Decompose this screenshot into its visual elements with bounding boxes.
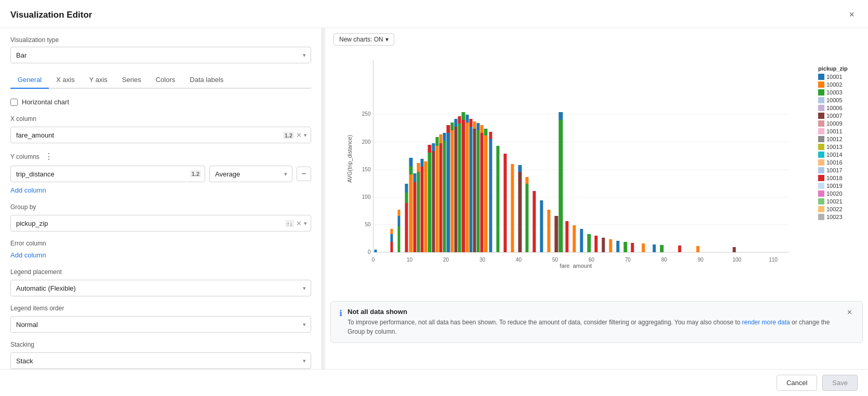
- svg-rect-44: [421, 167, 424, 252]
- group-by-select[interactable]: pickup_zip: [10, 215, 311, 231]
- save-button[interactable]: Save: [822, 375, 858, 391]
- svg-rect-60: [451, 122, 454, 130]
- notice-info-icon: ℹ: [339, 308, 342, 318]
- legend-color-swatch: [818, 81, 824, 88]
- viz-type-wrapper: Bar ▾: [10, 47, 311, 63]
- svg-rect-88: [533, 191, 536, 252]
- tab-general[interactable]: General: [10, 72, 49, 89]
- svg-rect-48: [428, 145, 432, 153]
- render-more-data-link[interactable]: render more data: [742, 319, 790, 326]
- x-column-select[interactable]: fare_amount: [10, 127, 311, 143]
- svg-text:fare_amount: fare_amount: [560, 263, 592, 268]
- y-columns-label: Y columns: [10, 153, 39, 160]
- legend-item: 10012: [818, 136, 860, 142]
- viz-type-select[interactable]: Bar: [10, 47, 311, 63]
- svg-rect-46: [424, 161, 428, 252]
- legend-item-label: 10017: [826, 167, 843, 173]
- legend-items-order-select[interactable]: Normal: [10, 316, 311, 333]
- svg-rect-101: [617, 241, 620, 252]
- chart-toolbar: New charts: ON ▾: [333, 33, 860, 46]
- legend-item-label: 10009: [826, 120, 843, 127]
- notice-content: Not all data shown To improve performanc…: [348, 308, 840, 336]
- y-columns-header: Y columns ⋮: [10, 152, 311, 161]
- tab-colors[interactable]: Colors: [149, 72, 183, 89]
- svg-text:150: 150: [362, 167, 371, 172]
- svg-rect-71: [473, 129, 476, 252]
- legend-items-order-label: Legend items order: [10, 305, 311, 312]
- y-col-wrapper: trip_distance 1.2: [10, 166, 205, 182]
- legend-color-swatch: [818, 144, 824, 150]
- svg-rect-81: [497, 146, 500, 252]
- remove-y-column-button[interactable]: −: [297, 167, 311, 181]
- svg-rect-93: [559, 112, 563, 120]
- svg-rect-108: [697, 246, 700, 252]
- legend-item-label: 10006: [826, 105, 843, 111]
- horizontal-chart-row: Horizontal chart: [10, 98, 311, 106]
- svg-text:100: 100: [732, 257, 741, 263]
- new-charts-chevron-icon: ▾: [385, 36, 389, 43]
- y-columns-menu-icon[interactable]: ⋮: [45, 152, 53, 161]
- notice-close-button[interactable]: ×: [845, 308, 854, 317]
- legend-item: 10023: [818, 214, 860, 220]
- svg-rect-72: [473, 121, 476, 129]
- svg-text:100: 100: [362, 194, 371, 200]
- svg-rect-49: [432, 151, 435, 252]
- tab-yaxis[interactable]: Y axis: [82, 72, 115, 89]
- stacking-select[interactable]: Stack: [10, 352, 311, 369]
- svg-rect-42: [417, 172, 420, 252]
- chart-svg: AVG(trip_distance) 0 50 100 150 200: [333, 50, 818, 268]
- modal-body: Visualization type Bar ▾ General X axis …: [0, 28, 868, 369]
- y-column-row: trip_distance 1.2 Average ▾ −: [10, 166, 311, 182]
- add-y-column-link[interactable]: Add column: [10, 186, 311, 194]
- legend-item: 10006: [818, 105, 860, 111]
- legend-item: 10005: [818, 97, 860, 103]
- tab-datalabels[interactable]: Data labels: [182, 72, 231, 89]
- svg-rect-67: [466, 122, 469, 252]
- svg-rect-63: [458, 124, 461, 252]
- svg-rect-65: [462, 120, 465, 252]
- svg-rect-78: [484, 129, 488, 135]
- legend-color-swatch: [818, 128, 824, 134]
- svg-rect-29: [391, 234, 393, 242]
- close-button[interactable]: ×: [846, 8, 858, 21]
- modal-title: Visualization Editor: [10, 10, 92, 20]
- svg-rect-76: [480, 125, 484, 133]
- legend-item-label: 10021: [826, 198, 843, 204]
- tab-xaxis[interactable]: X axis: [49, 72, 82, 89]
- svg-rect-64: [458, 116, 461, 124]
- legend-placement-select[interactable]: Automatic (Flexible): [10, 280, 311, 296]
- svg-rect-50: [432, 143, 435, 151]
- svg-rect-56: [443, 133, 446, 141]
- legend-color-swatch: [818, 136, 824, 142]
- svg-text:70: 70: [625, 257, 631, 263]
- legend-item: 10002: [818, 81, 860, 88]
- aggregation-select[interactable]: Average: [209, 166, 292, 182]
- tabs-bar: General X axis Y axis Series Colors Data…: [10, 72, 311, 89]
- legend-placement-label: Legend placement: [10, 268, 311, 276]
- cancel-button[interactable]: Cancel: [777, 375, 817, 391]
- svg-rect-34: [405, 203, 408, 252]
- legend-color-swatch: [818, 120, 824, 127]
- legend-item: 10019: [818, 183, 860, 189]
- notice-title: Not all data shown: [348, 308, 840, 316]
- svg-text:50: 50: [552, 257, 558, 263]
- x-column-row: fare_amount 1.2 ✕ ▾: [10, 127, 311, 143]
- legend-items-container: 1000110002100031000510006100071000910011…: [818, 74, 860, 222]
- group-by-wrapper: pickup_zip ↑↓ ✕ ▾: [10, 215, 311, 231]
- legend-item-label: 10011: [826, 128, 843, 134]
- svg-rect-104: [642, 243, 645, 252]
- svg-rect-51: [436, 146, 439, 252]
- tab-series[interactable]: Series: [115, 72, 149, 89]
- svg-rect-35: [405, 193, 408, 203]
- svg-text:250: 250: [362, 111, 371, 117]
- error-column-label: Error column: [10, 240, 311, 247]
- horizontal-chart-checkbox[interactable]: [10, 99, 18, 106]
- svg-rect-87: [526, 177, 529, 184]
- svg-rect-77: [484, 135, 488, 252]
- add-error-column-link[interactable]: Add column: [10, 251, 311, 259]
- y-column-select[interactable]: trip_distance: [10, 166, 205, 182]
- new-charts-button[interactable]: New charts: ON ▾: [333, 33, 394, 46]
- stacking-wrapper: Stack ▾: [10, 352, 311, 369]
- svg-rect-95: [573, 225, 576, 252]
- legend-item-label: 10012: [826, 136, 843, 142]
